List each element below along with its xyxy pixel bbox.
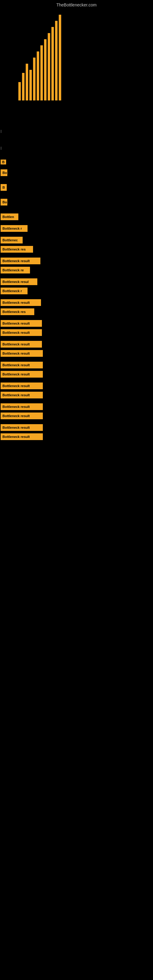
bottleneck-result-label: Bottleneck result xyxy=(1,403,43,410)
bottleneck-item: Bottleneck result xyxy=(1,328,153,337)
chart-area xyxy=(6,9,147,107)
bottleneck-result-label: Bottlenec xyxy=(1,237,22,243)
bottleneck-result-label: Bottleneck result xyxy=(1,371,43,378)
bottleneck-result-label: Bottleneck result xyxy=(1,350,43,357)
bottleneck-result-label: Bottleneck r xyxy=(1,225,27,232)
bottleneck-item: Bottleneck result xyxy=(1,319,153,328)
bottleneck-result-label: Bottleneck res xyxy=(1,246,33,253)
bottleneck-item: Bottleneck result xyxy=(1,349,153,358)
input-row-2: | xyxy=(1,144,152,152)
bottleneck-result-label: Bottleneck result xyxy=(1,433,43,440)
bottleneck-result-label: Bottleneck result xyxy=(1,362,43,368)
bottleneck-result-label: Bottleneck resul xyxy=(1,278,37,285)
bottleneck-item: Bottleneck result xyxy=(1,361,153,369)
bottleneck-item: Bottleneck result xyxy=(1,257,153,265)
bottleneck-item: Bottleneck re xyxy=(1,266,153,274)
bottleneck-item: Bottleneck result xyxy=(1,391,153,399)
input-row-1: | xyxy=(1,127,152,135)
bottleneck-item: Bottleneck resul xyxy=(1,277,153,286)
bottleneck-item: Bottleneck result xyxy=(1,423,153,432)
bottleneck-item: Bottleneck res xyxy=(1,245,153,254)
bottleneck-item: Bottleneck result xyxy=(1,433,153,441)
section-label: B xyxy=(1,159,6,164)
bottleneck-item: Bottleneck result xyxy=(1,412,153,420)
bottleneck-result-label: Bottleneck result xyxy=(1,258,40,264)
site-title: TheBottlenecker.com xyxy=(0,0,153,9)
bottleneck-result-label: Bo xyxy=(1,169,7,176)
bottleneck-result-label: Bottleneck re xyxy=(1,267,30,274)
bottleneck-item: Bottleneck res xyxy=(1,307,153,316)
bottleneck-result-label: Bottleneck result xyxy=(1,341,42,348)
bottleneck-result-label: Bottleneck result xyxy=(1,329,42,336)
bottleneck-item: Bottleneck result xyxy=(1,402,153,411)
bottleneck-result-label: Bottleneck result xyxy=(1,424,43,431)
bottleneck-result-label: Bottleneck result xyxy=(1,320,42,327)
bottleneck-result-label: Bottleneck result xyxy=(1,392,43,398)
bottleneck-result-label: Bottleneck res xyxy=(1,309,34,315)
bottleneck-item: Bottleneck result xyxy=(1,370,153,379)
bottleneck-item: Bo xyxy=(1,169,153,177)
bottleneck-item: Bottleneck result xyxy=(1,298,153,307)
bottleneck-item: Bottleneck r xyxy=(1,286,153,295)
bottleneck-item: Bottleneck result xyxy=(1,382,153,390)
bottleneck-list: BoBBoBottlenBottleneck rBottlenecBottlen… xyxy=(0,169,153,444)
bottleneck-result-label: Bo xyxy=(1,199,7,205)
bottleneck-item: B xyxy=(1,183,153,192)
bottleneck-result-label: Bottleneck result xyxy=(1,382,43,389)
bottleneck-item: Bottlen xyxy=(1,213,153,221)
bottleneck-result-label: Bottlen xyxy=(1,213,18,220)
bottleneck-result-label: Bottleneck result xyxy=(1,299,41,306)
bottleneck-item: Bottlenec xyxy=(1,236,153,244)
cursor-indicator-2: | xyxy=(1,146,2,150)
bottleneck-result-label: B xyxy=(1,184,7,191)
cursor-indicator-1: | xyxy=(1,129,2,133)
bottleneck-item: Bottleneck r xyxy=(1,224,153,233)
bottleneck-result-label: Bottleneck r xyxy=(1,288,27,294)
bottleneck-result-label: Bottleneck result xyxy=(1,412,43,419)
bottleneck-item: Bottleneck result xyxy=(1,340,153,348)
bottleneck-item: Bo xyxy=(1,198,153,207)
